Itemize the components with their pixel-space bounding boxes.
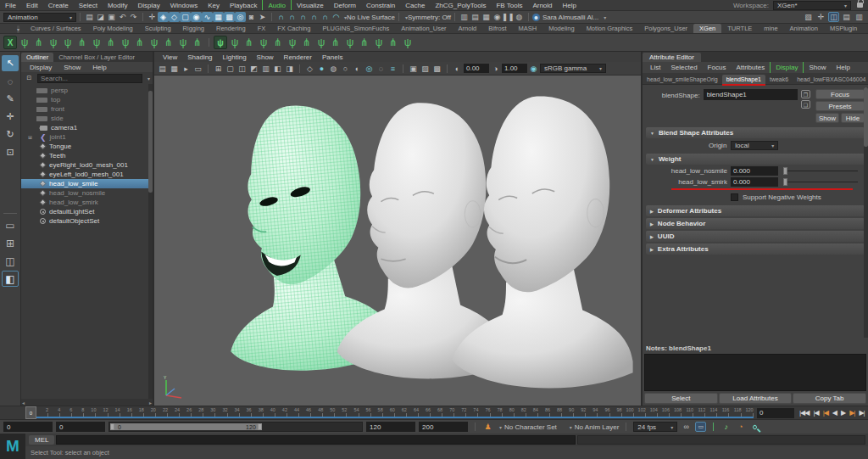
select-handles-icon[interactable]: ▢: [180, 12, 191, 22]
time-slider[interactable]: 0 24681012141618202224262830323436384042…: [0, 406, 868, 419]
outliner-item-defaultobjectset[interactable]: defaultObjectSet: [21, 216, 153, 226]
ae-tab-blendshape1[interactable]: blendShape1: [722, 75, 765, 84]
film-gate-icon[interactable]: ▢: [225, 64, 236, 74]
menu-playback[interactable]: Playback: [225, 0, 262, 10]
no-live-surface-label[interactable]: No Live Surface: [347, 14, 395, 21]
snap-to-grid-icon[interactable]: ∩: [275, 12, 287, 22]
shelf-tab-bifrost[interactable]: Bifrost: [482, 24, 512, 33]
new-scene-icon[interactable]: ▤: [84, 12, 95, 22]
single-pane-layout-icon[interactable]: ▭: [2, 217, 19, 233]
select-by-component-icon[interactable]: ◇: [169, 12, 180, 22]
xgen-sculpt-guides-icon[interactable]: ψ: [147, 36, 161, 49]
ae-menu-display[interactable]: Display: [770, 62, 804, 73]
character-set-dropdown[interactable]: ▾No Character Set: [497, 423, 557, 431]
loop-playback-icon[interactable]: ∞: [681, 422, 692, 432]
filter-icon[interactable]: ⊡: [24, 73, 35, 83]
outliner-menu-show[interactable]: Show: [58, 62, 86, 72]
xgen-groom-brush-3-icon[interactable]: ⋔: [300, 36, 314, 49]
pause-viewport-icon[interactable]: ❚❚: [503, 12, 514, 22]
range-slider-track[interactable]: 0 120: [108, 422, 363, 432]
xgen-groom-brush-6-icon[interactable]: ψ: [343, 36, 357, 49]
tab-channel-box[interactable]: Channel Box / Layer Editor: [53, 53, 140, 62]
outliner-menu-display[interactable]: Display: [25, 62, 57, 72]
animation-preferences-icon[interactable]: ▭: [695, 422, 706, 432]
outliner-scrollbar[interactable]: [148, 84, 153, 399]
viewport-menu-view[interactable]: View: [158, 52, 182, 62]
xgen-export-patches-icon[interactable]: ⋔: [191, 36, 204, 49]
fps-dropdown[interactable]: 24 fps▾: [633, 422, 677, 432]
shelf-tab-rigging[interactable]: Rigging: [177, 24, 210, 33]
node-name-field[interactable]: blendShape1: [704, 89, 798, 100]
xgen-noise-brush-icon[interactable]: ⋔: [104, 36, 118, 49]
menu-cache[interactable]: Cache: [400, 0, 430, 10]
anim-layer-dropdown[interactable]: ▾No Anim Layer: [567, 423, 619, 431]
copy-tab-icon[interactable]: ❐: [801, 90, 810, 98]
xgen-place-guides-icon[interactable]: ⋔: [133, 36, 147, 49]
xgen-curve-to-guide-icon[interactable]: ψ: [176, 36, 190, 49]
go-to-start-button[interactable]: |◀◀: [798, 409, 810, 417]
viewport-canvas[interactable]: Y: [154, 76, 641, 406]
bookmark-icon[interactable]: ▸: [181, 64, 192, 74]
outliner-item-front[interactable]: front: [21, 104, 153, 114]
current-time-field[interactable]: 0: [757, 408, 794, 418]
outliner-item-tongue[interactable]: Tongue: [21, 142, 153, 151]
section-extra-attributes[interactable]: ▶Extra Attributes: [646, 243, 865, 255]
undo-icon[interactable]: ↶: [117, 12, 128, 22]
weight-value-field[interactable]: 0.000: [731, 177, 778, 187]
xgen-guide-to-curve-icon[interactable]: ⋔: [162, 36, 175, 49]
user-account[interactable]: ☻Sara Almusalli Al...▾: [532, 14, 606, 21]
viewport-menu-lighting[interactable]: Lighting: [218, 52, 252, 62]
menu-constrain[interactable]: Constrain: [361, 0, 400, 10]
snap-to-point-icon[interactable]: ∩: [298, 12, 309, 22]
four-pane-layout-icon[interactable]: ⊞: [2, 235, 19, 251]
xray-display-icon[interactable]: ▨: [420, 64, 431, 74]
step-forward-frame-button[interactable]: ▶|: [857, 409, 865, 417]
move-tool-icon[interactable]: ✛: [2, 109, 19, 125]
lock-selection-icon[interactable]: ◙: [246, 12, 257, 22]
shelf-tab-animation-user[interactable]: Animation_User: [395, 24, 452, 33]
mel-input[interactable]: [56, 435, 576, 445]
mute-audio-icon[interactable]: ♪: [721, 422, 732, 432]
outliner-item-defaultlightset[interactable]: defaultLightSet: [21, 207, 153, 216]
shelf-tab-xgen[interactable]: XGen: [693, 24, 721, 33]
ae-menu-show[interactable]: Show: [804, 62, 831, 73]
xgen-groom-brush-2-icon[interactable]: ψ: [286, 36, 299, 49]
shelf-tab-polygons-user[interactable]: Polygons_User: [638, 24, 693, 33]
outliner-item-eyeright_lod0_mesh_001[interactable]: eyeRight_lod0_mesh_001: [21, 160, 153, 170]
ae-menu-help[interactable]: Help: [831, 62, 854, 73]
exposure-field[interactable]: 0.00: [464, 64, 489, 73]
select-by-object-icon[interactable]: ◈: [158, 12, 169, 22]
snap-to-view-plane-icon[interactable]: ∩: [320, 12, 331, 22]
shelf-tab-curves-surfaces[interactable]: Curves / Surfaces: [25, 24, 87, 33]
xgen-preview-icon[interactable]: ψ: [214, 36, 227, 49]
menu-visualize[interactable]: Visualize: [292, 0, 329, 10]
menu-arnold[interactable]: Arnold: [527, 0, 557, 10]
current-frame-marker[interactable]: 0: [25, 406, 36, 419]
shelf-tab-sculpting[interactable]: Sculpting: [139, 24, 177, 33]
xgen-editor-icon[interactable]: X: [3, 36, 17, 49]
ae-menu-list[interactable]: List: [645, 62, 665, 73]
xgen-groom-brush-5-icon[interactable]: ⋔: [329, 36, 342, 49]
select-surfaces-icon[interactable]: ▦: [213, 12, 224, 22]
viewport-menu-panels[interactable]: Panels: [317, 52, 348, 62]
character-set-icon[interactable]: ♟: [482, 422, 493, 432]
menu-file[interactable]: File: [0, 0, 21, 10]
animation-end-field[interactable]: 200: [419, 422, 468, 432]
workspace-selector[interactable]: XGen*▾: [773, 1, 851, 10]
shelf-tab-msplugin[interactable]: MSPlugin: [824, 24, 863, 33]
select-curves-icon[interactable]: ∿: [202, 12, 213, 22]
xgen-clear-preview-icon[interactable]: ⋔: [242, 36, 256, 49]
wireframe-display-icon[interactable]: ◇: [304, 64, 315, 74]
select-button[interactable]: Select: [644, 393, 718, 404]
xgen-cut-brush-icon[interactable]: ψ: [119, 36, 132, 49]
xgen-groom-brush-8-icon[interactable]: ψ: [372, 36, 386, 49]
shelf-tab-turtle[interactable]: TURTLE: [721, 24, 758, 33]
slider-handle[interactable]: [783, 178, 787, 186]
make-live-icon[interactable]: ◠: [331, 12, 342, 22]
ae-tab-tweak6[interactable]: tweak6: [765, 75, 793, 84]
save-scene-icon[interactable]: ▣: [106, 12, 117, 22]
paint-select-tool-icon[interactable]: ✎: [2, 91, 19, 107]
rotate-tool-icon[interactable]: ↻: [2, 126, 19, 143]
shelf-tab-modeling[interactable]: Modeling: [542, 24, 580, 33]
xgen-groom-brush-1-icon[interactable]: ⋔: [271, 36, 285, 49]
